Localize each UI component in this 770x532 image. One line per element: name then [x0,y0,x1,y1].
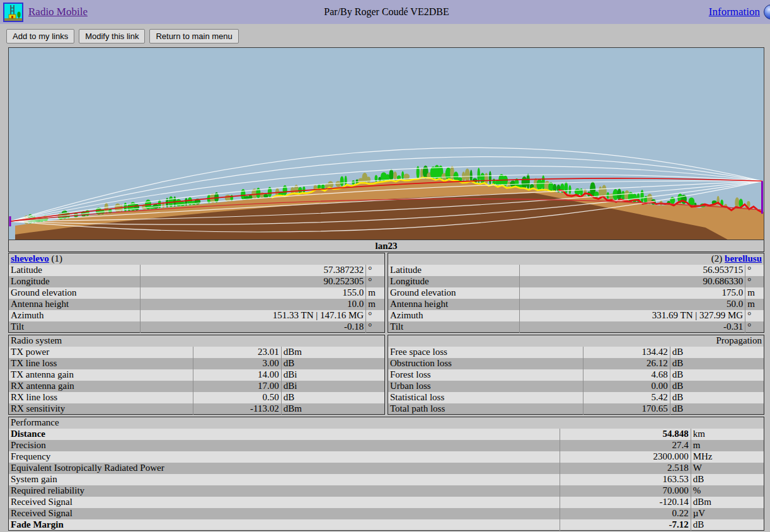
site1-link[interactable]: shevelevo [11,253,49,263]
row-label: Azimuth [388,310,520,321]
row-label: RX antenna gain [9,381,193,392]
row-unit: ° [366,276,385,287]
row-label: Latitude [9,265,141,276]
row-unit: ° [745,310,764,321]
radio-mobile-link[interactable]: Radio Mobile [28,6,88,18]
row-unit: W [691,463,764,474]
row-unit: dBm [691,497,764,508]
site2-link[interactable]: berellusu [725,253,762,263]
row-unit: dB [670,392,764,403]
row-unit: m [745,287,764,299]
return-to-main-menu-button[interactable]: Return to main menu [149,29,238,43]
row-value: 155.0 [140,287,365,299]
information-link[interactable]: Information [709,6,760,18]
table-row: RX line loss 0.50 dB [9,392,385,403]
row-label: TX power [9,347,193,358]
row-label: Frequency [9,451,560,463]
table-row: Latitude 56.953715 ° [388,265,764,276]
row-value: 26.12 [583,358,670,369]
row-label: Obstruction loss [388,358,583,369]
table-row: Precision 27.4 m [9,440,764,451]
row-label: TX antenna gain [9,369,193,381]
modify-this-link-button[interactable]: Modify this link [79,29,145,43]
row-value: 4.68 [583,369,670,381]
row-label: Ground elevation [9,287,141,299]
row-unit: ° [366,310,385,321]
row-label: Precision [9,440,560,451]
radio-system-header: Radio system [9,335,385,347]
row-label: Azimuth [9,310,141,321]
row-label: Antenna height [9,299,141,310]
toolbar: Add to my links Modify this link Return … [0,24,770,47]
row-unit: ° [745,276,764,287]
row-label: Forest loss [388,369,583,381]
table-row: Statistical loss 5.42 dB [388,392,764,403]
performance-header: Performance [9,417,764,429]
table-row: Total path loss 170.65 dB [388,403,764,415]
row-value: 0.22 [560,508,691,519]
propagation-table: Propagation Free space loss 134.42 dB Ob… [388,335,764,415]
row-value: 2300.000 [560,451,691,463]
propagation-header: Propagation [388,335,764,347]
table-row: Antenna height 50.0 m [388,299,764,310]
row-unit: dB [670,358,764,369]
row-value: -113.02 [193,403,281,415]
row-value: 3.00 [193,358,281,369]
row-label: RX sensitivity [9,403,193,415]
table-row: System gain 163.53 dB [9,474,764,485]
row-unit: m [366,299,385,310]
row-label: Total path loss [388,403,583,415]
table-row: RX sensitivity -113.02 dBm [9,403,385,415]
table-row: Azimuth 151.33 TN | 147.16 MG ° [9,310,385,321]
row-label: Fade Margin [9,519,560,531]
table-row: Ground elevation 175.0 m [388,287,764,299]
row-value: 90.252305 [140,276,365,287]
row-unit: ° [745,265,764,276]
row-unit: dBi [281,381,384,392]
row-value: -120.14 [560,497,691,508]
row-unit: dB [691,519,764,531]
table-row: RX antenna gain 17.00 dBi [9,381,385,392]
row-value: 90.686330 [519,276,745,287]
row-unit: % [691,485,764,497]
row-unit: dB [670,403,764,415]
site2-index: (2) [711,253,723,263]
top-header-bar: Radio Mobile Par/By Roger Coudé VE2DBE I… [0,0,770,24]
row-value: 0.50 [193,392,281,403]
table-row: Longitude 90.252305 ° [9,276,385,287]
table-row: TX antenna gain 14.00 dBi [9,369,385,381]
row-unit: m [691,440,764,451]
globe-icon[interactable] [764,4,770,20]
table-row: Azimuth 331.69 TN | 327.99 MG ° [388,310,764,321]
row-label: Ground elevation [388,287,520,299]
row-unit: dB [670,347,764,358]
row-value: -0.31 [519,321,745,333]
row-unit: m [366,287,385,299]
radio-tower-icon[interactable] [3,3,23,22]
row-label: System gain [9,474,560,485]
row-label: Tilt [388,321,520,333]
row-label: Required reliability [9,485,560,497]
row-unit: dBi [281,369,384,381]
row-unit: dB [670,381,764,392]
row-unit: km [691,429,764,440]
add-to-my-links-button[interactable]: Add to my links [6,29,74,43]
row-label: Received Signal [9,508,560,519]
radio-system-table: Radio system TX power 23.01 dBm TX line … [8,335,385,415]
row-value: 70.000 [560,485,691,497]
table-row: Longitude 90.686330 ° [388,276,764,287]
row-label: Urban loss [388,381,583,392]
row-unit: dBm [281,403,384,415]
row-value: 17.00 [193,381,281,392]
row-unit: ° [745,321,764,333]
row-unit: ° [366,265,385,276]
row-value: 5.42 [583,392,670,403]
table-row: Ground elevation 155.0 m [9,287,385,299]
row-label: Distance [9,429,560,440]
row-value: 50.0 [519,299,745,310]
row-label: Antenna height [388,299,520,310]
row-label: Latitude [388,265,520,276]
table-row: Latitude 57.387232 ° [9,265,385,276]
row-label: Received Signal [9,497,560,508]
row-value: 331.69 TN | 327.99 MG [519,310,745,321]
